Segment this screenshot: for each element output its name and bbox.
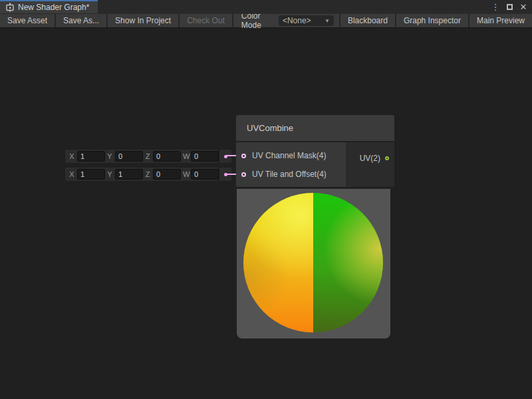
vector4-input-row-2: X1 Y1 Z0 W0 — [65, 168, 231, 181]
tab-title: New Shader Graph* — [18, 3, 89, 12]
chevron-down-icon: ▼ — [325, 18, 330, 24]
x-input[interactable]: 1 — [77, 169, 105, 180]
node-output-ports: UV(2) — [346, 142, 394, 187]
input-port-row: UV Channel Mask(4) — [236, 146, 346, 165]
show-in-project-button[interactable]: Show In Project — [108, 14, 180, 27]
sphere-right-half — [313, 193, 383, 332]
y-label: Y — [107, 170, 112, 178]
graph-canvas[interactable]: X1 Y0 Z0 W0 X1 Y1 Z0 W0 UVCombine — [0, 28, 532, 399]
y-label: Y — [107, 152, 112, 160]
z-input[interactable]: 0 — [153, 151, 181, 162]
vector4-fields: X1 Y0 Z0 W0 — [65, 150, 218, 163]
w-input[interactable]: 0 — [191, 169, 219, 180]
w-label: W — [183, 170, 188, 178]
node-preview — [237, 189, 390, 338]
node-uvcombine[interactable]: UVCombine UV Channel Mask(4) UV Tile and… — [236, 115, 394, 338]
shader-graph-window: New Shader Graph* ⋮ ✕ Save Asset Save As… — [0, 0, 532, 399]
shader-graph-icon — [5, 3, 15, 12]
color-mode-label: Color Mode — [233, 14, 279, 27]
y-input[interactable]: 1 — [115, 169, 143, 180]
blackboard-button[interactable]: Blackboard — [339, 14, 395, 27]
y-input[interactable]: 0 — [115, 151, 143, 162]
main-preview-button[interactable]: Main Preview — [468, 14, 532, 27]
input-port-label: UV Tile and Offset(4) — [252, 170, 327, 179]
tab-bar: New Shader Graph* ⋮ ✕ — [0, 0, 532, 14]
node-input-ports: UV Channel Mask(4) UV Tile and Offset(4) — [236, 142, 346, 187]
color-mode-dropdown[interactable]: <None> ▼ — [279, 15, 334, 26]
port-connector[interactable] — [219, 150, 231, 163]
kebab-menu-icon[interactable]: ⋮ — [491, 1, 500, 12]
sphere-left-half — [243, 193, 313, 332]
node-body: UV Channel Mask(4) UV Tile and Offset(4)… — [236, 142, 394, 187]
color-mode-value: <None> — [283, 16, 311, 25]
check-out-button[interactable]: Check Out — [180, 14, 233, 27]
graph-inspector-button[interactable]: Graph Inspector — [395, 14, 468, 27]
save-as-button[interactable]: Save As... — [56, 14, 108, 27]
z-label: Z — [145, 152, 150, 160]
x-label: X — [69, 170, 74, 178]
z-label: Z — [145, 170, 150, 178]
input-port-row: UV Tile and Offset(4) — [236, 165, 346, 184]
input-port-uv-tile-offset[interactable] — [241, 172, 246, 177]
x-label: X — [69, 152, 74, 160]
output-port-uv[interactable] — [385, 156, 389, 160]
vector4-fields: X1 Y1 Z0 W0 — [65, 168, 218, 181]
vector4-input-row-1: X1 Y0 Z0 W0 — [65, 150, 231, 163]
sphere-preview — [243, 193, 383, 332]
maximize-icon[interactable] — [505, 1, 514, 12]
output-port-label: UV(2) — [360, 154, 380, 163]
toolbar: Save Asset Save As... Show In Project Ch… — [0, 14, 532, 28]
output-port-row: UV(2) — [360, 149, 389, 168]
close-icon[interactable]: ✕ — [519, 1, 528, 12]
x-input[interactable]: 1 — [77, 151, 105, 162]
input-port-label: UV Channel Mask(4) — [252, 151, 326, 160]
w-input[interactable]: 0 — [191, 151, 219, 162]
save-asset-button[interactable]: Save Asset — [0, 14, 56, 27]
node-title: UVCombine — [236, 115, 394, 141]
window-controls: ⋮ ✕ — [491, 0, 532, 13]
tab-new-shader-graph[interactable]: New Shader Graph* — [0, 0, 98, 13]
w-label: W — [183, 152, 188, 160]
z-input[interactable]: 0 — [153, 169, 181, 180]
input-port-uv-channel-mask[interactable] — [241, 154, 246, 158]
